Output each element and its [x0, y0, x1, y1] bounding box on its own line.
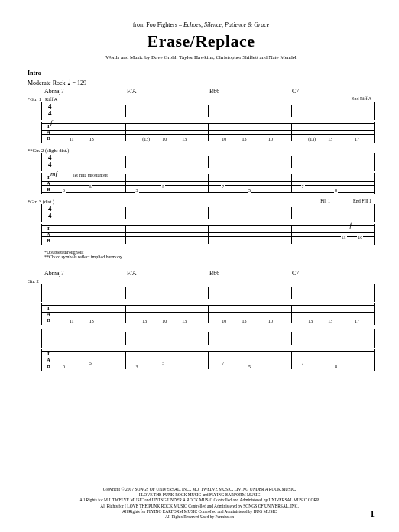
guitar2-label: **Gtr. 2 (slight dist.) [28, 148, 375, 153]
chord: Bb6 [209, 88, 292, 95]
sheet-header: from Foo Fighters – Echoes, Silence, Pat… [28, 21, 375, 60]
tab-label: T A B [47, 351, 50, 369]
tempo-text: Moderate Rock [28, 79, 66, 86]
sys2-tab-bottom: T A B 0 5 3 5 7 5 7 8 [41, 349, 375, 371]
end-riff-a: End Riff A [352, 96, 371, 101]
source-line: from Foo Fighters – Echoes, Silence, Pat… [28, 21, 375, 28]
chord: Abmaj7 [44, 88, 127, 95]
chord: Bb6 [209, 270, 292, 277]
guitar2-staff: 4 4 mf let ring throughout [28, 153, 375, 171]
guitar1-label: *Gtr. 1 Riff A End Riff A [28, 96, 375, 102]
sys2-staff-top [28, 284, 375, 302]
tab-label: T A B [47, 305, 50, 323]
page-number: 1 [370, 508, 375, 520]
tempo-marking: Moderate Rock ♩ = 129 [28, 78, 375, 86]
end-fill1: End Fill 1 [353, 199, 371, 203]
album-title: Echoes, Silence, Patience & Grace [183, 21, 269, 28]
chord-row-2: Abmaj7 F/A Bb6 C7 [28, 270, 375, 277]
guitar3-tab: T A B 13 10 [41, 224, 375, 245]
fill1: Fill 1 [320, 199, 330, 203]
time-signature: 4 4 [48, 206, 52, 219]
sys2-tab-top: T A B 11 13 13 10 13 10 13 10 13 13 17 [41, 303, 375, 325]
chord: F/A [127, 88, 209, 95]
guitar3-staff: 4 4 f [28, 204, 375, 222]
from-text: from Foo Fighters – [133, 21, 182, 28]
section-label: Intro [28, 70, 375, 76]
guitar3-label: *Gtr. 3 (dist.) Fill 1 End Fill 1 [28, 199, 375, 204]
song-title: Erase/Replace [28, 31, 375, 51]
tab-label: T A B [47, 174, 50, 193]
guitar2-tab: T A B 0 5 3 5 7 5 7 8 [41, 173, 375, 194]
tab-label: T A B [47, 123, 50, 141]
time-signature: 4 4 [48, 154, 52, 168]
tab-label: T A B [47, 225, 50, 244]
footnote-b: **Chord symbols reflect implied harmony. [44, 255, 375, 259]
chord-row: Abmaj7 F/A Bb6 C7 [28, 88, 375, 95]
guitar1-tab: T A B 11 13 (13) 10 13 10 13 10 (13) 13 … [41, 122, 375, 143]
copyright-footer: Copyright © 2007 SONGS OF UNIVERSAL, INC… [0, 487, 399, 520]
footnotes: *Doubled throughout **Chord symbols refl… [28, 250, 375, 259]
tempo-bpm: = 129 [73, 79, 87, 86]
system2-gtr-label: Gtr. 2 [28, 278, 375, 284]
credits: Words and Music by Dave Grohl, Taylor Ha… [28, 54, 375, 60]
guitar1-staff: 4 4 f [28, 102, 375, 120]
sys2-staff-bottom [28, 329, 375, 348]
chord: C7 [292, 270, 375, 277]
quarter-note-icon: ♩ [67, 78, 71, 86]
chord: F/A [127, 270, 209, 277]
chord: C7 [292, 88, 375, 95]
chord: Abmaj7 [44, 270, 127, 277]
time-signature: 4 4 [48, 103, 52, 117]
